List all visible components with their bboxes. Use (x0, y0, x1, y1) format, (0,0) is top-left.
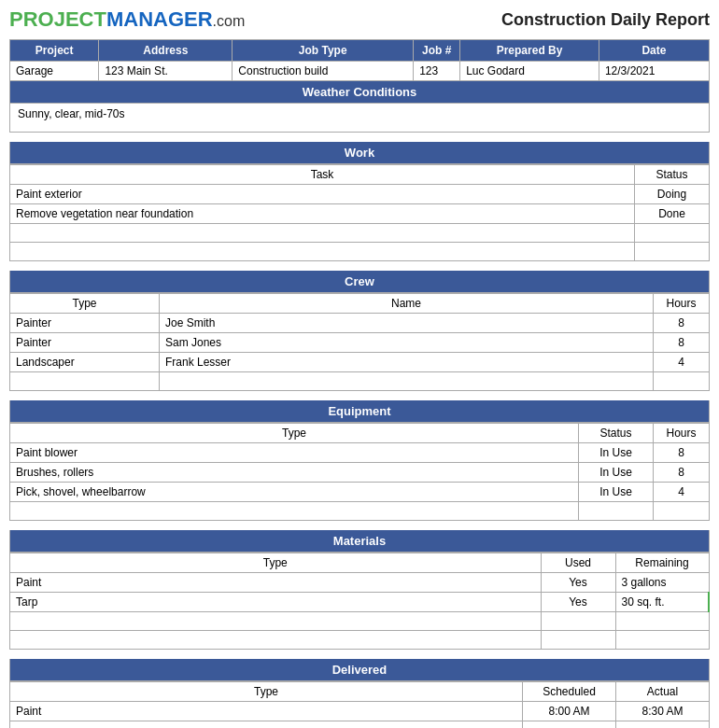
del-row: Paint 8:00 AM 8:30 AM (10, 702, 710, 721)
work-row: Paint exterior Doing (10, 185, 710, 204)
weather-content: Sunny, clear, mid-70s (10, 104, 709, 132)
equip-row (10, 502, 710, 521)
equip-row: Paint blower In Use 8 (10, 443, 710, 463)
work-row (10, 224, 710, 243)
crew-type (10, 372, 160, 391)
crew-type: Landscaper (10, 353, 160, 372)
work-task: Paint exterior (10, 185, 635, 204)
val-date: 12/3/2021 (599, 62, 709, 81)
mat-used (541, 612, 615, 631)
equip-type (10, 502, 579, 521)
work-status (635, 224, 710, 243)
equip-type: Pick, shovel, wheelbarrow (10, 483, 579, 502)
work-section-header: Work (9, 142, 710, 164)
crew-type: Painter (10, 333, 160, 353)
work-col-status: Status (635, 165, 710, 185)
crew-col-name: Name (160, 294, 654, 314)
work-row: Remove vegetation near foundation Done (10, 204, 710, 224)
equip-hours (654, 502, 710, 521)
val-project: Garage (10, 62, 99, 81)
equipment-section-header: Equipment (9, 400, 710, 423)
info-table: Project Address Job Type Job # Prepared … (9, 39, 710, 81)
mat-remaining: 30 sq. ft. (615, 593, 709, 612)
materials-table: Type Used Remaining Paint Yes 3 gallons … (9, 553, 710, 650)
equip-status (579, 502, 654, 521)
col-preparedby: Prepared By (460, 40, 599, 62)
del-col-actual: Actual (616, 682, 710, 702)
crew-hours (654, 372, 710, 391)
del-scheduled (523, 721, 616, 729)
mat-type: Paint (10, 573, 542, 593)
logo-project: PROJECT (9, 7, 106, 31)
work-status (635, 243, 710, 261)
mat-type (10, 612, 542, 631)
mat-used: Yes (541, 593, 615, 612)
crew-hours: 4 (654, 353, 710, 372)
del-scheduled: 8:00 AM (523, 702, 616, 721)
crew-hours: 8 (654, 333, 710, 353)
col-address: Address (99, 40, 233, 62)
del-type: Paint (10, 702, 523, 721)
equip-col-hours: Hours (654, 424, 710, 443)
logo-manager: MANAGER (106, 7, 213, 31)
del-type (10, 721, 523, 729)
crew-type: Painter (10, 314, 160, 333)
col-date: Date (599, 40, 709, 62)
work-status: Done (635, 204, 710, 224)
crew-name (160, 372, 654, 391)
del-col-type: Type (10, 682, 523, 702)
mat-col-type: Type (10, 553, 542, 573)
equip-status: In Use (579, 443, 654, 463)
equip-hours: 8 (654, 443, 710, 463)
equip-row: Brushes, rollers In Use 8 (10, 463, 710, 483)
mat-remaining: 3 gallons (615, 573, 709, 593)
mat-type (10, 631, 542, 650)
work-row (10, 243, 710, 261)
equip-hours: 4 (654, 483, 710, 502)
crew-col-hours: Hours (654, 294, 710, 314)
mat-col-used: Used (541, 553, 615, 573)
val-jobnum: 123 (414, 62, 460, 81)
page: PROJECTMANAGER.com Construction Daily Re… (0, 0, 719, 728)
del-row (10, 721, 710, 729)
delivered-section-header: Delivered (9, 659, 710, 681)
mat-remaining (615, 631, 709, 650)
header: PROJECTMANAGER.com Construction Daily Re… (9, 7, 710, 32)
equip-hours: 8 (654, 463, 710, 483)
equip-col-status: Status (579, 424, 654, 443)
crew-row: Painter Sam Jones 8 (10, 333, 710, 353)
logo: PROJECTMANAGER.com (9, 7, 245, 32)
val-preparedby: Luc Godard (460, 62, 599, 81)
equip-col-type: Type (10, 424, 579, 443)
crew-name: Joe Smith (160, 314, 654, 333)
del-actual (616, 721, 710, 729)
crew-hours: 8 (654, 314, 710, 333)
mat-used: Yes (541, 573, 615, 593)
work-task (10, 243, 635, 261)
mat-type: Tarp (10, 593, 542, 612)
mat-used (541, 631, 615, 650)
mat-remaining (615, 612, 709, 631)
equip-status: In Use (579, 463, 654, 483)
col-jobnum: Job # (414, 40, 460, 62)
equipment-table: Type Status Hours Paint blower In Use 8 … (9, 423, 710, 521)
mat-row (10, 631, 710, 650)
equip-type: Brushes, rollers (10, 463, 579, 483)
logo-dotcom: .com (213, 13, 246, 29)
crew-table: Type Name Hours Painter Joe Smith 8 Pain… (9, 293, 710, 391)
work-table: Task Status Paint exterior Doing Remove … (9, 164, 710, 261)
del-col-scheduled: Scheduled (523, 682, 616, 702)
val-address: 123 Main St. (99, 62, 233, 81)
delivered-table: Type Scheduled Actual Paint 8:00 AM 8:30… (9, 681, 710, 728)
weather-section-header: Weather Conditions (9, 81, 710, 104)
equip-type: Paint blower (10, 443, 579, 463)
del-actual: 8:30 AM (616, 702, 710, 721)
crew-name: Frank Lesser (160, 353, 654, 372)
weather-section: Sunny, clear, mid-70s (9, 104, 710, 133)
equip-row: Pick, shovel, wheelbarrow In Use 4 (10, 483, 710, 502)
work-col-task: Task (10, 165, 635, 185)
crew-row: Landscaper Frank Lesser 4 (10, 353, 710, 372)
report-title: Construction Daily Report (501, 10, 710, 30)
equip-status: In Use (579, 483, 654, 502)
mat-row (10, 612, 710, 631)
